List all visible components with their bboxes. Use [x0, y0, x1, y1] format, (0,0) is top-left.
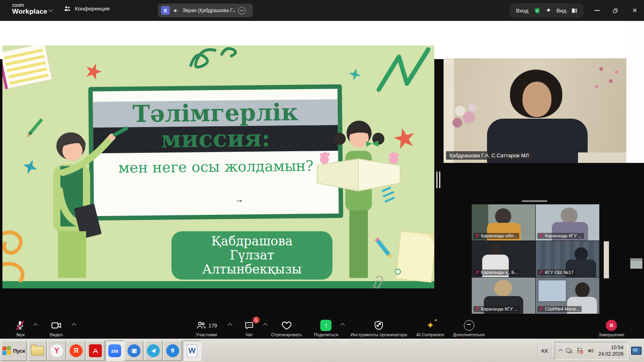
desk: [578, 152, 626, 163]
ai-companion-button[interactable]: ✦ ✦ AI Companion: [416, 319, 444, 337]
slide-author-plate: Қабдрашова Гүлзат Алтынбекқызы: [171, 231, 332, 280]
participant-tile[interactable]: Караганда КГУ ...: [472, 278, 535, 314]
shared-slide: Тәлімгерлік миссия: мен неге осы жолдамы…: [2, 45, 434, 288]
participant-tile[interactable]: КГУ ОШ №17: [536, 241, 599, 277]
participant-tile[interactable]: Қарағанды қ., Б...: [472, 241, 535, 277]
display-icon[interactable]: [631, 347, 642, 355]
mic-muted-icon: [539, 270, 543, 275]
mic-muted-icon: [14, 320, 26, 331]
chevron-down-icon[interactable]: [48, 7, 53, 12]
windows-logo-icon: [2, 346, 11, 356]
participant-tile[interactable]: СШИ№4 Матв...: [536, 278, 599, 314]
map-pin-icon: [166, 344, 179, 357]
tray-time: 10:54: [598, 344, 623, 351]
paper-illustration: [396, 231, 434, 282]
tab-conference[interactable]: Конференция: [64, 5, 110, 12]
video-options-chevron[interactable]: [72, 323, 76, 327]
wall-decor: [595, 85, 598, 88]
end-call-icon: ✕: [606, 320, 617, 331]
participants-options-chevron[interactable]: [227, 323, 232, 327]
audio-label: Звук: [16, 332, 25, 337]
participant-silhouette: [575, 282, 590, 298]
logo-line2: Workplace: [12, 8, 47, 15]
volume-icon[interactable]: [587, 347, 594, 354]
tab-shared-screen[interactable]: К Экран (Қабдрашова Г.А. С. •••: [158, 4, 253, 17]
audio-button[interactable]: Звук: [14, 319, 26, 337]
participants-grid: Қарағанды обл... Караганда КГУ ... Қарағ…: [472, 204, 599, 314]
taskbar-zoom[interactable]: zm: [105, 341, 124, 361]
taskbar-maps-app[interactable]: [163, 341, 182, 361]
window-decor: [538, 280, 567, 302]
share-button[interactable]: ↑ Поделиться: [314, 319, 339, 337]
participants-button[interactable]: 179 Участники: [196, 319, 217, 337]
taskbar-yandex-browser[interactable]: Y: [47, 341, 66, 361]
heart-icon: [281, 320, 292, 331]
layout-grid-icon[interactable]: [572, 7, 577, 14]
restore-button[interactable]: [609, 5, 621, 16]
end-meeting-button[interactable]: ✕ Завершение: [599, 319, 624, 337]
chat-icon: [244, 320, 254, 331]
network-icon[interactable]: [566, 347, 573, 354]
share-icon: ↑: [320, 320, 332, 331]
participant-tile[interactable]: Караганда КГУ ...: [536, 204, 599, 241]
close-button[interactable]: ✕: [629, 5, 641, 16]
tray-date: 24.02.2026: [598, 351, 623, 357]
divider: [538, 343, 539, 359]
chat-options-chevron[interactable]: [263, 323, 267, 327]
people-icon: [64, 5, 71, 12]
participant-silhouette: [561, 208, 578, 224]
chat-button[interactable]: 5 Чат: [244, 319, 254, 337]
participant-name-label: Караганда КГУ ...: [537, 233, 584, 239]
participant-tile[interactable]: Қарағанды обл...: [472, 204, 535, 241]
taskbar-file-explorer[interactable]: [28, 341, 47, 361]
meeting-toolbar: Звук Видео 179 Участники 5 Чат: [0, 317, 644, 339]
yandex-icon: Я: [70, 344, 83, 357]
start-button[interactable]: Пуск: [1, 341, 27, 361]
panel-resize-handle[interactable]: [436, 171, 440, 188]
pencil-illustration: [375, 237, 393, 259]
video-button[interactable]: Видео: [50, 319, 63, 337]
grid-drag-handle[interactable]: [522, 200, 547, 202]
mic-muted-icon: [539, 234, 543, 238]
teacher-illustration: [53, 128, 126, 278]
speaker-name-label: Қабдрашова Г.А. С.Саттаров МЛ: [446, 151, 533, 160]
participant-name: Қарағанды қ., Б...: [481, 270, 518, 275]
audio-options-chevron[interactable]: [33, 323, 37, 327]
mic-muted-icon: [475, 270, 479, 275]
tray-clock[interactable]: 10:54 24.02.2026: [598, 344, 623, 358]
paperclip-illustration: [372, 275, 384, 288]
react-button[interactable]: Отреагировать: [271, 319, 302, 337]
taskbar-acrobat[interactable]: [86, 341, 105, 361]
speaker-video-tile[interactable]: Қабдрашова Г.А. С.Саттаров МЛ: [444, 58, 626, 163]
conference-label: Конференция: [75, 6, 110, 12]
view-button[interactable]: Вид: [556, 8, 566, 14]
flower-decor: [452, 118, 462, 128]
minimize-button[interactable]: [591, 5, 603, 16]
ai-sparkle-small-icon: ✦: [434, 318, 438, 323]
zoom-icon: zm: [108, 344, 121, 357]
taskbar-yandex[interactable]: Я: [67, 341, 85, 361]
login-button[interactable]: Вход: [516, 8, 528, 14]
language-indicator[interactable]: KK: [541, 348, 548, 354]
hidden-icons-chevron[interactable]: [559, 349, 563, 353]
meeting-avatar: К: [161, 6, 170, 15]
pointer-ring-icon: [395, 269, 401, 275]
participant-silhouette: [495, 208, 511, 224]
participant-silhouette: [494, 280, 512, 297]
taskbar-word[interactable]: W: [183, 341, 201, 361]
action-center-flag-icon[interactable]: [576, 347, 584, 354]
more-button[interactable]: ••• Дополнительно: [453, 319, 485, 337]
participant-silhouette: [489, 243, 502, 255]
chat-badge: 5: [253, 317, 260, 323]
taskbar-telegram[interactable]: [144, 341, 163, 361]
minimize-icon: [594, 10, 600, 11]
share-label: Поделиться: [314, 332, 339, 337]
share-options-chevron[interactable]: [340, 323, 345, 327]
zoom-window: zoom Workplace Конференция К Экран (Қабд…: [0, 0, 644, 362]
tab-options-icon[interactable]: •••: [238, 7, 246, 14]
zoom-workplace-logo: zoom Workplace: [12, 3, 47, 15]
participant-name: Караганда КГУ ...: [545, 233, 582, 238]
taskbar-media-player[interactable]: [125, 341, 143, 361]
host-tools-button[interactable]: Инструменты организатора: [351, 319, 407, 337]
ai-sparkle-icon[interactable]: ✦: [546, 7, 551, 14]
